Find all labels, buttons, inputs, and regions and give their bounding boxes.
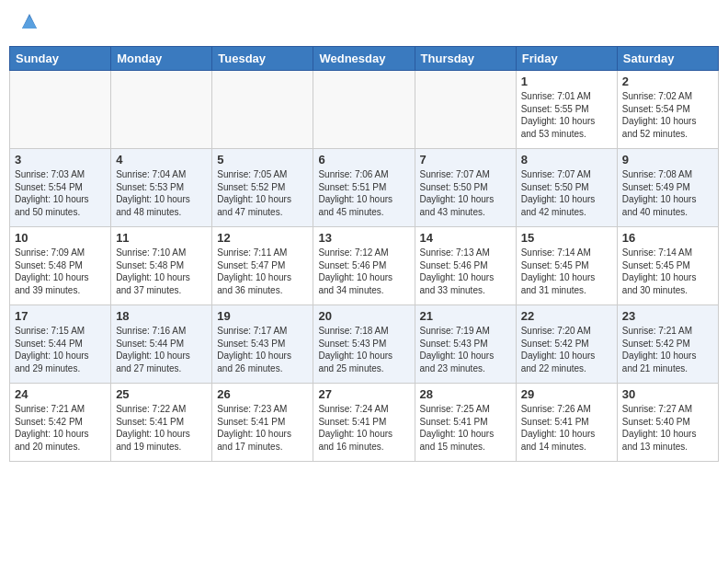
day-info: Sunrise: 7:03 AM Sunset: 5:54 PM Dayligh… [15, 168, 106, 218]
day-number: 10 [15, 231, 106, 245]
weekday-header-monday: Monday [111, 47, 212, 71]
day-info: Sunrise: 7:14 AM Sunset: 5:45 PM Dayligh… [622, 247, 713, 296]
day-number: 5 [217, 153, 308, 167]
day-info: Sunrise: 7:20 AM Sunset: 5:42 PM Dayligh… [521, 325, 612, 374]
logo-icon [20, 12, 39, 30]
day-number: 20 [318, 309, 409, 323]
calendar-day [415, 71, 516, 149]
day-info: Sunrise: 7:18 AM Sunset: 5:43 PM Dayligh… [318, 325, 409, 374]
calendar-day: 20Sunrise: 7:18 AM Sunset: 5:43 PM Dayli… [313, 305, 415, 384]
svg-marker-1 [22, 16, 37, 29]
calendar-day: 23Sunrise: 7:21 AM Sunset: 5:42 PM Dayli… [617, 305, 718, 384]
calendar-day: 29Sunrise: 7:26 AM Sunset: 5:41 PM Dayli… [516, 384, 617, 462]
weekday-header-wednesday: Wednesday [313, 47, 415, 71]
calendar-day [10, 71, 111, 149]
day-info: Sunrise: 7:01 AM Sunset: 5:55 PM Dayligh… [521, 90, 612, 140]
day-info: Sunrise: 7:26 AM Sunset: 5:41 PM Dayligh… [521, 403, 612, 453]
calendar-day: 26Sunrise: 7:23 AM Sunset: 5:41 PM Dayli… [212, 384, 313, 462]
day-number: 6 [318, 153, 409, 167]
day-info: Sunrise: 7:12 AM Sunset: 5:46 PM Dayligh… [318, 247, 409, 296]
day-number: 23 [622, 309, 713, 323]
day-number: 14 [420, 231, 511, 245]
day-number: 24 [15, 387, 106, 401]
calendar-day: 17Sunrise: 7:15 AM Sunset: 5:44 PM Dayli… [10, 305, 111, 384]
weekday-header-saturday: Saturday [617, 47, 718, 71]
weekday-header-row: SundayMondayTuesdayWednesdayThursdayFrid… [10, 47, 719, 71]
day-info: Sunrise: 7:04 AM Sunset: 5:53 PM Dayligh… [116, 168, 207, 218]
calendar-day [313, 71, 415, 149]
day-info: Sunrise: 7:23 AM Sunset: 5:41 PM Dayligh… [217, 403, 308, 453]
day-info: Sunrise: 7:08 AM Sunset: 5:49 PM Dayligh… [622, 168, 713, 218]
calendar-day: 2Sunrise: 7:02 AM Sunset: 5:54 PM Daylig… [617, 71, 718, 149]
day-number: 28 [420, 387, 511, 401]
calendar-week-row: 3Sunrise: 7:03 AM Sunset: 5:54 PM Daylig… [10, 149, 719, 227]
day-number: 2 [622, 75, 713, 88]
day-info: Sunrise: 7:07 AM Sunset: 5:50 PM Dayligh… [521, 168, 612, 218]
day-number: 29 [521, 387, 612, 401]
calendar-day: 27Sunrise: 7:24 AM Sunset: 5:41 PM Dayli… [313, 384, 415, 462]
day-info: Sunrise: 7:02 AM Sunset: 5:54 PM Dayligh… [622, 90, 713, 140]
day-number: 22 [521, 309, 612, 323]
calendar-week-row: 24Sunrise: 7:21 AM Sunset: 5:42 PM Dayli… [10, 384, 719, 462]
day-info: Sunrise: 7:06 AM Sunset: 5:51 PM Dayligh… [318, 168, 409, 218]
calendar-day: 15Sunrise: 7:14 AM Sunset: 5:45 PM Dayli… [516, 227, 617, 305]
day-info: Sunrise: 7:17 AM Sunset: 5:43 PM Dayligh… [217, 325, 308, 374]
day-number: 9 [622, 153, 713, 167]
calendar-day: 7Sunrise: 7:07 AM Sunset: 5:50 PM Daylig… [415, 149, 516, 227]
day-info: Sunrise: 7:07 AM Sunset: 5:50 PM Dayligh… [420, 168, 511, 218]
day-number: 15 [521, 231, 612, 245]
page-header [9, 9, 719, 37]
day-info: Sunrise: 7:21 AM Sunset: 5:42 PM Dayligh… [15, 403, 106, 453]
calendar-day: 3Sunrise: 7:03 AM Sunset: 5:54 PM Daylig… [10, 149, 111, 227]
calendar-day: 8Sunrise: 7:07 AM Sunset: 5:50 PM Daylig… [516, 149, 617, 227]
weekday-header-thursday: Thursday [415, 47, 516, 71]
calendar-day: 30Sunrise: 7:27 AM Sunset: 5:40 PM Dayli… [617, 384, 718, 462]
day-number: 12 [217, 231, 308, 245]
calendar-day: 13Sunrise: 7:12 AM Sunset: 5:46 PM Dayli… [313, 227, 415, 305]
day-info: Sunrise: 7:22 AM Sunset: 5:41 PM Dayligh… [116, 403, 207, 453]
calendar-day: 25Sunrise: 7:22 AM Sunset: 5:41 PM Dayli… [111, 384, 212, 462]
day-info: Sunrise: 7:15 AM Sunset: 5:44 PM Dayligh… [15, 325, 106, 374]
calendar-week-row: 1Sunrise: 7:01 AM Sunset: 5:55 PM Daylig… [10, 71, 719, 149]
day-info: Sunrise: 7:13 AM Sunset: 5:46 PM Dayligh… [420, 247, 511, 296]
day-number: 18 [116, 309, 207, 323]
day-number: 17 [15, 309, 106, 323]
day-info: Sunrise: 7:25 AM Sunset: 5:41 PM Dayligh… [420, 403, 511, 453]
calendar-day: 9Sunrise: 7:08 AM Sunset: 5:49 PM Daylig… [617, 149, 718, 227]
calendar-day: 28Sunrise: 7:25 AM Sunset: 5:41 PM Dayli… [415, 384, 516, 462]
day-info: Sunrise: 7:19 AM Sunset: 5:43 PM Dayligh… [420, 325, 511, 374]
calendar-day: 24Sunrise: 7:21 AM Sunset: 5:42 PM Dayli… [10, 384, 111, 462]
day-number: 16 [622, 231, 713, 245]
day-number: 30 [622, 387, 713, 401]
calendar-day: 6Sunrise: 7:06 AM Sunset: 5:51 PM Daylig… [313, 149, 415, 227]
calendar-day: 10Sunrise: 7:09 AM Sunset: 5:48 PM Dayli… [10, 227, 111, 305]
calendar-day: 11Sunrise: 7:10 AM Sunset: 5:48 PM Dayli… [111, 227, 212, 305]
calendar-week-row: 17Sunrise: 7:15 AM Sunset: 5:44 PM Dayli… [10, 305, 719, 384]
day-number: 7 [420, 153, 511, 167]
calendar-day: 4Sunrise: 7:04 AM Sunset: 5:53 PM Daylig… [111, 149, 212, 227]
calendar-day [212, 71, 313, 149]
calendar-day: 22Sunrise: 7:20 AM Sunset: 5:42 PM Dayli… [516, 305, 617, 384]
calendar-day: 16Sunrise: 7:14 AM Sunset: 5:45 PM Dayli… [617, 227, 718, 305]
calendar-day: 18Sunrise: 7:16 AM Sunset: 5:44 PM Dayli… [111, 305, 212, 384]
day-info: Sunrise: 7:14 AM Sunset: 5:45 PM Dayligh… [521, 247, 612, 296]
calendar-day: 1Sunrise: 7:01 AM Sunset: 5:55 PM Daylig… [516, 71, 617, 149]
day-number: 26 [217, 387, 308, 401]
day-number: 25 [116, 387, 207, 401]
day-number: 8 [521, 153, 612, 167]
day-info: Sunrise: 7:11 AM Sunset: 5:47 PM Dayligh… [217, 247, 308, 296]
day-number: 4 [116, 153, 207, 167]
day-info: Sunrise: 7:21 AM Sunset: 5:42 PM Dayligh… [622, 325, 713, 374]
day-info: Sunrise: 7:09 AM Sunset: 5:48 PM Dayligh… [15, 247, 106, 296]
calendar-week-row: 10Sunrise: 7:09 AM Sunset: 5:48 PM Dayli… [10, 227, 719, 305]
calendar-day: 21Sunrise: 7:19 AM Sunset: 5:43 PM Dayli… [415, 305, 516, 384]
calendar-day: 19Sunrise: 7:17 AM Sunset: 5:43 PM Dayli… [212, 305, 313, 384]
day-info: Sunrise: 7:24 AM Sunset: 5:41 PM Dayligh… [318, 403, 409, 453]
day-info: Sunrise: 7:05 AM Sunset: 5:52 PM Dayligh… [217, 168, 308, 218]
day-number: 13 [318, 231, 409, 245]
day-number: 19 [217, 309, 308, 323]
day-number: 1 [521, 75, 612, 88]
day-info: Sunrise: 7:10 AM Sunset: 5:48 PM Dayligh… [116, 247, 207, 296]
day-number: 27 [318, 387, 409, 401]
day-number: 11 [116, 231, 207, 245]
